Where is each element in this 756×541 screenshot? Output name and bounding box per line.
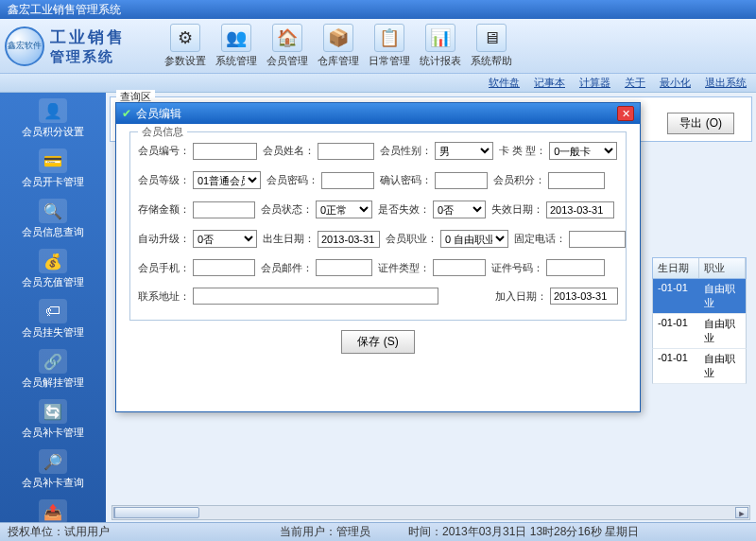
sidebar-item-6[interactable]: 🔄会员补卡管理: [0, 395, 106, 445]
sidebar-item-7[interactable]: 🔎会员补卡查询: [0, 445, 106, 496]
status-bar: 授权单位：试用用户 当前用户：管理员 时间：2013年03月31日 13时28分…: [0, 522, 756, 541]
password-input[interactable]: [321, 172, 374, 189]
logo: 鑫宏软件 工业销售 管理系统: [5, 26, 161, 66]
member-edit-dialog: ✔ 会员编辑 ✕ 会员信息 会员编号： 会员姓名： 会员性别：男 卡 类 型：0…: [115, 102, 641, 412]
email-input[interactable]: [316, 259, 372, 276]
join-date-input[interactable]: [550, 288, 618, 305]
toolbar-label: 仓库管理: [314, 54, 363, 68]
logo-icon: 鑫宏软件: [5, 26, 44, 66]
points-input[interactable]: [548, 172, 605, 189]
toolbar-3[interactable]: 📦仓库管理: [314, 24, 363, 68]
sidebar-icon: 👤: [39, 98, 67, 123]
sidebar: 👤会员积分设置💳会员开卡管理🔍会员信息查询💰会员充值管理🏷会员挂失管理🔗会员解挂…: [0, 93, 106, 522]
save-button[interactable]: 保存 (S): [341, 330, 414, 354]
auto-upgrade-select[interactable]: 0否: [193, 230, 257, 248]
disable-date-input[interactable]: [546, 201, 614, 218]
sidebar-icon: 💰: [39, 249, 67, 273]
member-name-input[interactable]: [318, 143, 374, 160]
sidebar-icon: 📤: [39, 499, 67, 524]
address-input[interactable]: [193, 288, 438, 305]
toolbar-icon: 📊: [425, 24, 455, 52]
toolbar-label: 系统帮助: [467, 54, 516, 68]
scroll-right-icon[interactable]: ►: [735, 507, 748, 518]
id-type-input[interactable]: [433, 259, 486, 276]
table-row[interactable]: -01-01自由职业: [652, 349, 747, 384]
deposit-input[interactable]: [193, 201, 255, 218]
sidebar-label: 会员挂失管理: [0, 325, 106, 340]
sidebar-icon: 🔗: [39, 349, 67, 374]
toolbar-label: 会员管理: [263, 54, 312, 68]
gender-select[interactable]: 男: [435, 142, 493, 160]
sidebar-icon: 🔍: [39, 199, 67, 223]
logo-line1: 工业销售: [50, 26, 126, 48]
fieldset-legend: 会员信息: [138, 125, 187, 139]
disabled-select[interactable]: 0否: [433, 201, 486, 218]
card-type-select[interactable]: 0一般卡: [549, 142, 617, 160]
toolbar-2[interactable]: 🏠会员管理: [263, 24, 312, 68]
export-button[interactable]: 导出 (O): [667, 113, 734, 134]
status-unit: 试用用户: [64, 525, 110, 538]
link-3[interactable]: 关于: [625, 76, 645, 90]
sidebar-icon: 🏷: [39, 299, 67, 323]
link-0[interactable]: 软件盘: [489, 76, 520, 90]
dialog-titlebar[interactable]: ✔ 会员编辑 ✕: [116, 103, 640, 124]
sidebar-label: 会员充值管理: [0, 275, 106, 289]
status-time: 2013年03月31日 13时28分16秒 星期日: [442, 525, 639, 538]
member-id-input[interactable]: [193, 143, 257, 160]
sidebar-icon: 💳: [39, 148, 67, 173]
table-row[interactable]: -01-01自由职业: [652, 314, 747, 349]
sidebar-item-1[interactable]: 💳会员开卡管理: [0, 145, 106, 195]
sidebar-item-5[interactable]: 🔗会员解挂管理: [0, 345, 106, 395]
toolbar-icon: 📋: [374, 24, 404, 52]
toolbar-icon: 👥: [221, 24, 251, 52]
horizontal-scrollbar[interactable]: ◄ ►: [112, 505, 750, 520]
birthday-input[interactable]: [318, 231, 380, 248]
toolbar-icon: 🏠: [272, 24, 302, 52]
link-bar: 软件盘记事本计算器关于最小化退出系统: [0, 74, 756, 93]
sidebar-label: 会员解挂管理: [0, 375, 106, 390]
sidebar-icon: 🔄: [39, 399, 67, 424]
link-4[interactable]: 最小化: [660, 76, 691, 90]
sidebar-item-4[interactable]: 🏷会员挂失管理: [0, 295, 106, 345]
toolbar-icon: 📦: [323, 24, 353, 52]
id-number-input[interactable]: [546, 259, 605, 276]
toolbar-4[interactable]: 📋日常管理: [365, 24, 414, 68]
level-select[interactable]: 01普通会员: [193, 171, 261, 189]
sidebar-label: 会员补卡管理: [0, 426, 106, 440]
sidebar-item-2[interactable]: 🔍会员信息查询: [0, 195, 106, 245]
close-icon[interactable]: ✕: [617, 106, 634, 121]
sidebar-item-3[interactable]: 💰会员充值管理: [0, 245, 106, 295]
th-job[interactable]: 职业: [699, 258, 746, 278]
toolbar-label: 统计报表: [416, 54, 465, 68]
job-select[interactable]: 0 自由职业: [440, 230, 508, 248]
toolbar-label: 日常管理: [365, 54, 414, 68]
toolbar-1[interactable]: 👥系统管理: [212, 24, 261, 68]
toolbar-label: 参数设置: [161, 54, 210, 68]
sidebar-label: 会员积分设置: [0, 125, 106, 139]
data-table: 生日期 职业 -01-01自由职业-01-01自由职业-01-01自由职业: [652, 257, 747, 384]
confirm-password-input[interactable]: [435, 172, 488, 189]
toolbar-0[interactable]: ⚙参数设置: [161, 24, 210, 68]
th-date[interactable]: 生日期: [653, 258, 699, 278]
window-titlebar: 鑫宏工业销售管理系统: [0, 0, 756, 19]
table-row[interactable]: -01-01自由职业: [652, 279, 747, 314]
sidebar-icon: 🔎: [39, 449, 67, 474]
sidebar-label: 会员开卡管理: [0, 175, 106, 189]
header-toolbar: 鑫宏软件 工业销售 管理系统 ⚙参数设置👥系统管理🏠会员管理📦仓库管理📋日常管理…: [0, 19, 756, 74]
mobile-input[interactable]: [193, 259, 255, 276]
status-user: 管理员: [336, 525, 370, 538]
link-1[interactable]: 记事本: [534, 76, 565, 90]
dialog-title: 会员编辑: [136, 106, 181, 122]
status-select[interactable]: 0正常: [316, 201, 372, 218]
scroll-thumb[interactable]: [114, 507, 199, 518]
link-5[interactable]: 退出系统: [705, 76, 747, 90]
member-info-fieldset: 会员信息 会员编号： 会员姓名： 会员性别：男 卡 类 型：0一般卡 会员等级：…: [129, 131, 627, 321]
app-title: 鑫宏工业销售管理系统: [8, 3, 121, 16]
link-2[interactable]: 计算器: [579, 76, 610, 90]
phone-input[interactable]: [569, 231, 626, 248]
toolbar-6[interactable]: 🖥系统帮助: [467, 24, 516, 68]
sidebar-label: 会员补卡查询: [0, 476, 106, 490]
toolbar-icon: ⚙: [170, 24, 200, 52]
toolbar-5[interactable]: 📊统计报表: [416, 24, 465, 68]
sidebar-item-0[interactable]: 👤会员积分设置: [0, 95, 106, 145]
